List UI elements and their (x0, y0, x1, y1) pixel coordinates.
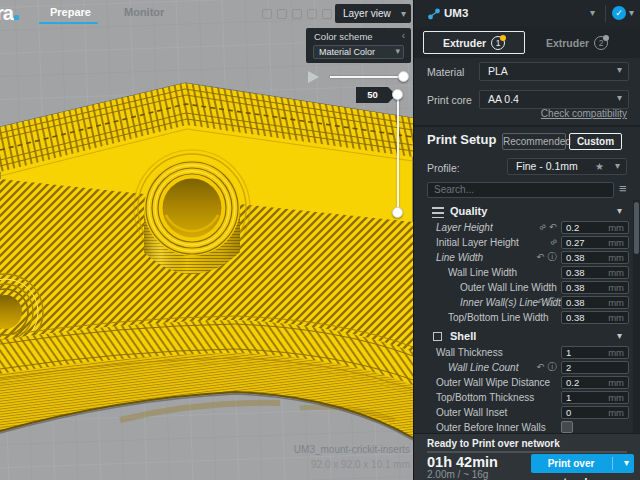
setting-row-wall-line-count[interactable]: Wall Line Count 2 (414, 360, 633, 375)
play-icon[interactable] (308, 71, 319, 83)
scrollbar-thumb[interactable] (634, 202, 639, 254)
setting-row-outer-before-inner-walls[interactable]: Outer Before Inner Walls (414, 420, 633, 433)
extruder-tab-2[interactable]: Extruder 2 (526, 31, 628, 54)
layer-number-tag: 50 (356, 87, 396, 103)
chevron-down-icon (617, 330, 622, 341)
revert-icon[interactable] (537, 296, 545, 307)
status-text: Ready to Print over network (427, 438, 560, 449)
material-color-dot (603, 35, 609, 41)
setting-row-outer-wall-line-width[interactable]: Outer Wall Line Width 0.38 mm (414, 280, 633, 295)
value-input[interactable]: 0.38 mm (561, 311, 629, 324)
value-input[interactable]: 0.38 mm (561, 281, 629, 294)
tab-prepare[interactable]: Prepare (50, 6, 91, 18)
value-input[interactable]: 0 mm (561, 406, 629, 419)
shell-icon (433, 332, 442, 341)
value-input[interactable]: 2 (561, 361, 629, 374)
toolbar-icon-2[interactable] (277, 9, 287, 19)
setting-row-outer-wall-wipe-distance[interactable]: Outer Wall Wipe Distance 0.2 mm (414, 375, 633, 390)
revert-icon[interactable] (537, 251, 545, 262)
checkbox[interactable] (561, 421, 573, 433)
layer-slider-track[interactable] (397, 95, 399, 213)
chevron-down-icon[interactable] (624, 457, 629, 468)
network-printer-icon (427, 7, 441, 21)
toolbar-icon-3[interactable] (292, 9, 302, 19)
material-usage: 2.00m / ~ 16g (427, 469, 488, 480)
value-input[interactable]: 0.2 mm (561, 376, 629, 389)
color-scheme-dropdown[interactable]: Material Color (313, 45, 404, 59)
print-time: 01h 42min (427, 454, 498, 470)
model-dimensions: 92.0 x 92.0 x 10.1 mm (0, 459, 410, 470)
toolbar-icon-5[interactable] (322, 9, 332, 19)
extruder-tab-1[interactable]: Extruder 1 (423, 31, 525, 54)
setting-row-top-bottom-thickness[interactable]: Top/Bottom Thickness 1 mm (414, 390, 633, 405)
sidebar-panel: UM3 Extruder 1 Extruder 2 Material PLA P… (413, 0, 640, 480)
info-icon[interactable] (548, 251, 558, 264)
layer-slider-top-handle[interactable] (392, 89, 403, 100)
setting-row-wall-line-width[interactable]: Wall Line Width 0.38 mm (414, 265, 633, 280)
search-input[interactable]: Search... (427, 182, 614, 198)
toolbar-icon-1[interactable] (262, 9, 272, 19)
logo-dot (14, 15, 19, 20)
tab-monitor[interactable]: Monitor (124, 6, 164, 18)
layer-slider-bottom-handle[interactable] (392, 207, 403, 218)
print-core-label: Print core (427, 94, 472, 106)
divider (414, 125, 640, 127)
material-label: Material (427, 66, 464, 78)
cura-window: ra Prepare Monitor Layer view Color sche… (0, 0, 640, 480)
chevron-down-icon (615, 160, 620, 171)
path-slider-handle[interactable] (398, 71, 409, 82)
value-input[interactable]: 0.38 mm (561, 296, 629, 309)
check-compatibility-link[interactable]: Check compatibility (541, 108, 627, 119)
print-core-dropdown[interactable]: AA 0.4 (479, 90, 629, 109)
printer-name: UM3 (444, 7, 468, 19)
settings-menu-icon[interactable] (619, 181, 627, 196)
viewport-3d[interactable]: ra Prepare Monitor Layer view Color sche… (0, 0, 413, 480)
divider (605, 5, 606, 22)
profile-label: Profile: (427, 162, 460, 174)
section-header-shell[interactable]: Shell (414, 328, 633, 345)
toolbar-icon-4[interactable] (307, 9, 317, 19)
value-input[interactable]: 0.38 mm (561, 251, 629, 264)
setting-row-layer-height[interactable]: Layer Height 0.2 mm (414, 220, 633, 235)
mode-button-custom[interactable]: Custom (569, 133, 622, 150)
link-icon[interactable] (548, 235, 560, 248)
chevron-down-icon (617, 92, 622, 103)
info-icon[interactable] (548, 296, 558, 309)
path-slider-track[interactable] (330, 76, 404, 78)
setting-row-initial-layer-height[interactable]: Initial Layer Height 0.27 mm (414, 235, 633, 250)
info-icon[interactable] (548, 361, 558, 374)
value-input[interactable]: 1 mm (561, 346, 629, 359)
setting-row-top-bottom-line-width[interactable]: Top/Bottom Line Width 0.38 mm (414, 310, 633, 325)
setting-row-inner-wall-s-line-width[interactable]: Inner Wall(s) Line Width 0.38 mm (414, 295, 633, 310)
profile-dropdown[interactable]: Fine - 0.1mm (507, 158, 627, 175)
connected-check-icon[interactable] (612, 6, 626, 20)
star-icon[interactable] (595, 161, 604, 172)
setting-row-outer-wall-inset[interactable]: Outer Wall Inset 0 mm (414, 405, 633, 420)
model-filename: UM3_mount-crickit-inserts (0, 444, 410, 455)
revert-icon[interactable] (537, 361, 545, 372)
printer-header[interactable]: UM3 (414, 0, 640, 27)
view-mode-dropdown[interactable]: Layer view (335, 4, 411, 23)
print-over-network-button[interactable]: Print over network (531, 454, 634, 473)
chevron-down-icon[interactable] (629, 7, 634, 18)
active-tab-underline (39, 22, 98, 24)
chevron-down-icon[interactable] (590, 7, 595, 18)
color-scheme-panel: Color scheme ‹ Material Color (306, 28, 411, 63)
section-header-quality[interactable]: Quality (414, 203, 633, 220)
value-input[interactable]: 0.2 mm (561, 221, 629, 234)
chevron-down-icon (617, 205, 622, 216)
link-icon[interactable] (537, 220, 549, 233)
sliced-model-render (0, 0, 413, 480)
setting-row-line-width[interactable]: Line Width 0.38 mm (414, 250, 633, 265)
chevron-down-icon (401, 4, 406, 23)
revert-icon[interactable] (549, 221, 557, 232)
value-input[interactable]: 0.27 mm (561, 236, 629, 249)
material-dropdown[interactable]: PLA (479, 62, 629, 81)
value-input[interactable]: 1 mm (561, 391, 629, 404)
collapse-left-icon[interactable]: ‹ (402, 30, 405, 41)
divider (427, 451, 627, 453)
value-input[interactable]: 0.38 mm (561, 266, 629, 279)
print-job-footer: Ready to Print over network 01h 42min 2.… (414, 433, 640, 480)
setting-row-wall-thickness[interactable]: Wall Thickness 1 mm (414, 345, 633, 360)
mode-button-recommended[interactable]: Recommended (502, 133, 566, 150)
